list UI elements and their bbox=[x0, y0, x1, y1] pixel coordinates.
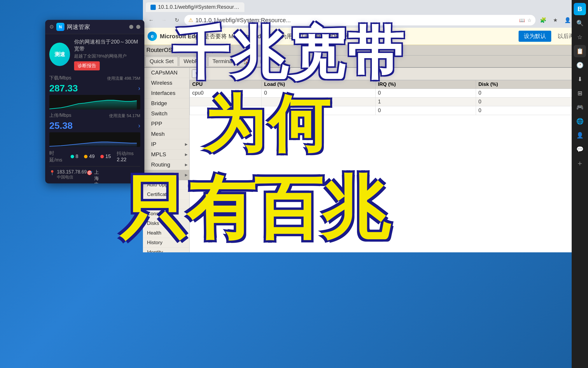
sidebar-item-bridge[interactable]: Bridge bbox=[143, 98, 189, 109]
sm-header-section: 测速 你的网速相当于200～300M宽带 超越了全国78%的网络用户 诊断报告 bbox=[49, 38, 140, 70]
browser-window: 10.1.0.1/webfig/#System:Resource... ← → … bbox=[143, 0, 588, 248]
sidebar-item-health[interactable]: Health bbox=[143, 228, 189, 238]
reload-button[interactable]: ↻ bbox=[172, 15, 182, 25]
upload-value-row: 25.38 › bbox=[49, 120, 140, 131]
tab-favicon bbox=[150, 5, 156, 10]
cell-cpu1 bbox=[190, 98, 262, 106]
back-button[interactable]: ← bbox=[146, 15, 156, 25]
upload-value: 25.38 bbox=[49, 120, 73, 131]
routing-label: Routing bbox=[151, 162, 170, 168]
upload-chart bbox=[49, 132, 140, 147]
address-bar[interactable]: ⚠ 10.1.0.1/webfig/#System:Resource... 📖 … bbox=[184, 15, 536, 25]
account-icon[interactable]: 👤 bbox=[562, 15, 573, 25]
latency-num-2: 49 bbox=[89, 154, 94, 159]
diagnose-button[interactable]: 诊断报告 bbox=[74, 61, 100, 70]
speed-manager-app: ⚙ N 网速管家 测速 你的网速相当于200～300M宽带 超越了全国78%的网… bbox=[45, 20, 144, 183]
sm-titlebar: ⚙ N 网速管家 bbox=[45, 20, 144, 34]
cell-cpu0: cpu0 bbox=[190, 89, 262, 98]
col-irq: IRQ (%) bbox=[375, 80, 476, 89]
ip-label: IP bbox=[151, 141, 156, 147]
apps-icon[interactable]: ⊞ bbox=[574, 87, 586, 99]
persona-icon[interactable]: 👤 bbox=[574, 129, 586, 141]
col-cpu: CPU bbox=[190, 80, 262, 89]
set-default-button[interactable]: 设为默认 bbox=[519, 31, 551, 42]
upload-usage: 使用流量 54.17M bbox=[109, 113, 140, 119]
download-chart bbox=[49, 95, 140, 110]
tab-webfig[interactable]: WebFig bbox=[179, 57, 207, 66]
close-button[interactable] bbox=[136, 25, 140, 29]
chat-icon[interactable]: 💬 bbox=[574, 143, 586, 155]
sidebar-item-clock[interactable]: Clock bbox=[143, 199, 189, 209]
table-row: cpu0 0 0 0 bbox=[190, 89, 584, 98]
sidebar-item-switch[interactable]: Switch bbox=[143, 109, 189, 119]
sm-download-stats: 下载/Mbps 使用流量 498.75M 287.33 › bbox=[49, 75, 140, 110]
sidebar-item-identity[interactable]: Identity bbox=[143, 248, 189, 252]
browser-chrome: 10.1.0.1/webfig/#System:Resource... ← → … bbox=[143, 0, 588, 28]
sm-logo: N bbox=[56, 23, 64, 31]
routeros-body: CAPsMAN Wireless Interfaces Bridge Switc… bbox=[143, 68, 588, 252]
history-sidebar-icon[interactable]: 🕐 bbox=[574, 59, 586, 71]
bing-icon[interactable]: B bbox=[574, 3, 586, 15]
sidebar-item-console[interactable]: Console bbox=[143, 209, 189, 219]
upload-chart-svg bbox=[49, 132, 140, 147]
sidebar-item-history[interactable]: History bbox=[143, 238, 189, 248]
speed-test-button[interactable]: 测速 bbox=[49, 43, 70, 66]
latency-dot-3 bbox=[100, 155, 104, 158]
tab-icon2[interactable]: ⊞ bbox=[256, 57, 269, 66]
sidebar-item-interfaces[interactable]: Interfaces bbox=[143, 88, 189, 98]
cell-disk2: 0 bbox=[476, 106, 584, 115]
routeros-version: RouterOS v6.48.3 (stable) bbox=[146, 47, 214, 53]
add-sidebar-icon[interactable]: + bbox=[574, 157, 586, 169]
latency-item: 时延/ms bbox=[49, 150, 66, 163]
stability-val: 抖动/ms 2.22 bbox=[117, 151, 140, 163]
sidebar-item-capsman[interactable]: CAPsMAN bbox=[143, 68, 189, 78]
active-tab[interactable]: 10.1.0.1/webfig/#System:Resource... bbox=[146, 2, 244, 12]
ros-main-content: ↻ CPU Load (%) IRQ (%) Disk (%) cpu0 bbox=[190, 68, 584, 252]
nav-bar: ← → ↻ ⚠ 10.1.0.1/webfig/#System:Resource… bbox=[146, 13, 585, 28]
download-usage: 使用流量 498.75M bbox=[107, 76, 140, 81]
notif-body: 是否要将 Microsoft Edge 设置为用于打开链接、PDF、图像等的默认… bbox=[204, 33, 403, 39]
refresh-button[interactable]: ↻ bbox=[192, 70, 203, 78]
forward-button[interactable]: → bbox=[159, 15, 169, 25]
sm-location-section: 📍 183.157.78.69 中国电信 🎯 上海电信 上海电信 对测速结果有疑… bbox=[49, 166, 140, 183]
location-isp1: 📍 183.157.78.69 中国电信 bbox=[49, 169, 87, 183]
settings-gear-icon[interactable]: ⚙ bbox=[49, 24, 54, 30]
sidebar-item-mpls[interactable]: MPLS bbox=[143, 150, 189, 160]
minimize-button[interactable] bbox=[129, 25, 133, 29]
games-icon[interactable]: 🎮 bbox=[574, 101, 586, 113]
tab-icon1[interactable]: 🏠 bbox=[239, 57, 255, 66]
favorites-nav-icon[interactable]: ★ bbox=[550, 15, 561, 25]
upload-label: 上传/Mbps bbox=[49, 112, 71, 119]
stability-label: 抖动/ms bbox=[117, 151, 134, 156]
translate-icon[interactable]: 🌐 bbox=[574, 115, 586, 127]
edge-sidebar: B 🔍 ☆ 📋 🕐 ⬇ ⊞ 🎮 🌐 👤 💬 + bbox=[572, 0, 588, 368]
downloads-icon[interactable]: ⬇ bbox=[574, 73, 586, 85]
routeros-titlebar: RouterOS v6.48.3 (stable) bbox=[143, 45, 588, 55]
location-isp2-details: 上海电信 上海电信 bbox=[94, 169, 99, 183]
address-text: 10.1.0.1/webfig/#System:Resource... bbox=[195, 17, 517, 24]
stability-value: 2.22 bbox=[117, 157, 126, 162]
sidebar-item-system[interactable]: System bbox=[143, 170, 189, 180]
system-label: System bbox=[151, 172, 169, 178]
sidebar-item-ip[interactable]: IP bbox=[143, 139, 189, 150]
sidebar-item-disks[interactable]: Disks bbox=[143, 219, 189, 228]
favorites-icon[interactable]: ☆ bbox=[574, 31, 586, 43]
search-sidebar-icon[interactable]: 🔍 bbox=[574, 17, 586, 29]
sidebar-item-routing[interactable]: Routing bbox=[143, 160, 189, 170]
sidebar-item-ppp[interactable]: PPP bbox=[143, 119, 189, 129]
tab-quickset[interactable]: Quick Set bbox=[145, 57, 178, 66]
download-stat-row: 下载/Mbps 使用流量 498.75M bbox=[49, 75, 140, 81]
sidebar-item-certificates[interactable]: Certificates bbox=[143, 190, 189, 199]
sidebar-item-mesh[interactable]: Mesh bbox=[143, 129, 189, 139]
mesh-label: Mesh bbox=[151, 131, 164, 137]
upload-stat-row: 上传/Mbps 使用流量 54.17M bbox=[49, 112, 140, 119]
latency-num-3: 15 bbox=[105, 154, 111, 159]
bridge-label: Bridge bbox=[151, 100, 167, 107]
extensions-icon[interactable]: 🧩 bbox=[538, 15, 548, 25]
latency-val-1: 8 bbox=[71, 151, 78, 163]
sidebar-item-autoupgrade[interactable]: Auto Upgrade bbox=[143, 180, 189, 190]
sidebar-item-wireless[interactable]: Wireless bbox=[143, 78, 189, 88]
collections-icon[interactable]: 📋 bbox=[574, 45, 586, 57]
tab-terminal[interactable]: Terminal bbox=[208, 57, 238, 66]
download-chart-svg bbox=[49, 95, 140, 110]
